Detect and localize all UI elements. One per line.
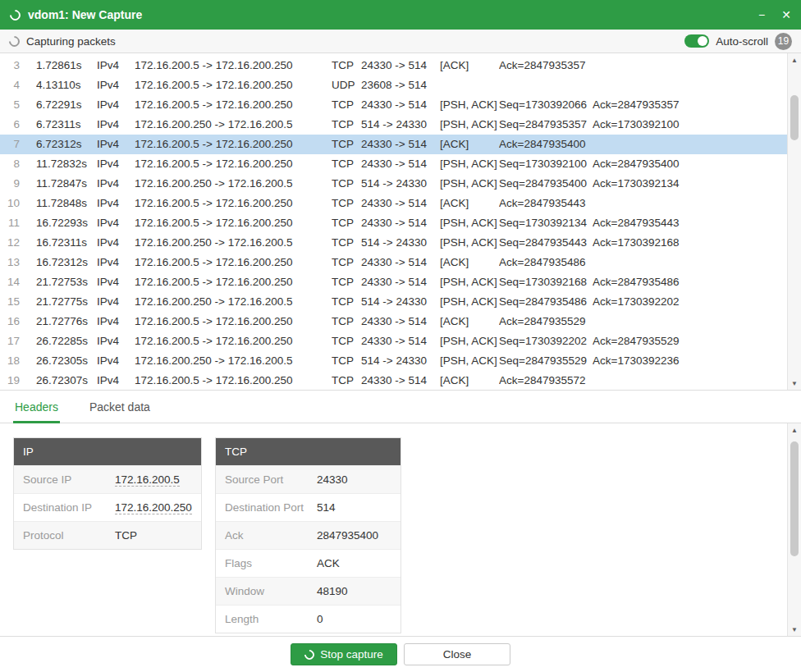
- packet-row[interactable]: 44.13110sIPv4172.16.200.5 -> 172.16.200.…: [0, 75, 801, 95]
- packet-info2: [593, 56, 786, 75]
- packet-time: 1.72861s: [36, 56, 97, 75]
- packet-time: 16.72311s: [36, 233, 97, 253]
- packet-info1: Ack=2847935529: [499, 312, 593, 331]
- packet-info1: Ack=2847935572: [499, 371, 593, 390]
- packet-eth: IPv4: [97, 371, 135, 390]
- packet-info2: [593, 75, 786, 95]
- packet-row[interactable]: 1216.72311sIPv4172.16.200.250 -> 172.16.…: [0, 233, 801, 253]
- packet-row[interactable]: 811.72832sIPv4172.16.200.5 -> 172.16.200…: [0, 154, 801, 174]
- packet-flags: [ACK]: [440, 56, 499, 75]
- packet-num: 11: [5, 213, 20, 233]
- packet-info1: Seq=1730392066: [499, 95, 593, 115]
- packet-info1: Seq=1730392202: [499, 331, 593, 351]
- packet-proto: TCP: [332, 56, 361, 75]
- packet-row[interactable]: 1011.72848sIPv4172.16.200.5 -> 172.16.20…: [0, 194, 801, 213]
- packet-row[interactable]: 1521.72775sIPv4172.16.200.250 -> 172.16.…: [0, 292, 801, 312]
- packet-flags: [PSH, ACK]: [440, 213, 499, 233]
- packet-row[interactable]: 31.72861sIPv4172.16.200.5 -> 172.16.200.…: [0, 56, 801, 75]
- packet-row[interactable]: 66.72311sIPv4172.16.200.250 -> 172.16.20…: [0, 115, 801, 135]
- details-scroll-up-icon[interactable]: ▲: [788, 423, 801, 437]
- packet-time: 11.72847s: [36, 174, 97, 194]
- detail-value[interactable]: 172.16.200.5: [115, 473, 180, 487]
- packet-time: 16.72293s: [36, 213, 97, 233]
- packet-flags: [440, 75, 499, 95]
- packet-row[interactable]: 911.72847sIPv4172.16.200.250 -> 172.16.2…: [0, 174, 801, 194]
- packet-info2: [593, 312, 786, 331]
- packet-proto: TCP: [332, 154, 361, 174]
- detail-value[interactable]: 172.16.200.250: [115, 501, 192, 514]
- detail-label: Length: [225, 613, 317, 625]
- detail-value: TCP: [115, 529, 137, 542]
- packet-proto: TCP: [332, 174, 361, 194]
- details-scroll-down-icon[interactable]: ▼: [788, 623, 801, 636]
- details-scrollbar[interactable]: ▲ ▼: [787, 423, 801, 636]
- packet-time: 4.13110s: [36, 75, 97, 95]
- packet-list-scrollbar[interactable]: ▲ ▼: [787, 53, 801, 390]
- packet-info1: Ack=2847935443: [499, 194, 593, 213]
- packet-row[interactable]: 1116.72293sIPv4172.16.200.5 -> 172.16.20…: [0, 213, 801, 233]
- tab-packet-data[interactable]: Packet data: [88, 391, 152, 423]
- autoscroll-toggle[interactable]: [684, 34, 709, 48]
- detail-row: Destination IP172.16.200.250: [14, 493, 201, 521]
- packet-info1: Ack=2847935486: [499, 253, 593, 272]
- packet-info2: Ack=1730392134: [593, 174, 786, 194]
- packet-time: 26.72305s: [36, 351, 97, 371]
- details-scroll-thumb[interactable]: [790, 441, 799, 556]
- detail-row: Window48190: [216, 577, 400, 605]
- packet-ports: 24330 -> 514: [361, 194, 440, 213]
- packet-eth: IPv4: [97, 292, 135, 312]
- packet-num: 10: [5, 194, 20, 213]
- packet-flags: [PSH, ACK]: [440, 154, 499, 174]
- packet-info2: Ack=2847935357: [593, 95, 786, 115]
- packet-row[interactable]: 1316.72312sIPv4172.16.200.5 -> 172.16.20…: [0, 253, 801, 272]
- packet-time: 11.72848s: [36, 194, 97, 213]
- detail-value: 514: [317, 501, 336, 514]
- footer-close-button[interactable]: Close: [404, 643, 510, 665]
- packet-row[interactable]: 1621.72776sIPv4172.16.200.5 -> 172.16.20…: [0, 312, 801, 331]
- window-controls: − ✕: [758, 9, 791, 21]
- packet-num: 4: [5, 75, 20, 95]
- packet-num: 17: [5, 331, 20, 351]
- packet-row[interactable]: 1826.72305sIPv4172.16.200.250 -> 172.16.…: [0, 351, 801, 371]
- packet-time: 6.72311s: [36, 115, 97, 135]
- detail-label: Destination IP: [23, 501, 115, 514]
- status-text: Capturing packets: [26, 35, 116, 48]
- packet-row[interactable]: 56.72291sIPv4172.16.200.5 -> 172.16.200.…: [0, 95, 801, 115]
- detail-value: 48190: [317, 585, 348, 597]
- packet-time: 6.72312s: [36, 135, 97, 154]
- packet-row[interactable]: 1421.72753sIPv4172.16.200.5 -> 172.16.20…: [0, 272, 801, 292]
- packet-flags: [PSH, ACK]: [440, 95, 499, 115]
- packet-eth: IPv4: [97, 174, 135, 194]
- packet-row[interactable]: 1726.72285sIPv4172.16.200.5 -> 172.16.20…: [0, 331, 801, 351]
- close-button[interactable]: ✕: [781, 9, 791, 21]
- packet-row[interactable]: 1926.72307sIPv4172.16.200.5 -> 172.16.20…: [0, 371, 801, 390]
- packet-num: 13: [5, 253, 20, 272]
- packet-eth: IPv4: [97, 154, 135, 174]
- packet-eth: IPv4: [97, 351, 135, 371]
- packet-ports: 514 -> 24330: [361, 292, 440, 312]
- scroll-down-icon[interactable]: ▼: [788, 377, 801, 390]
- scroll-up-icon[interactable]: ▲: [788, 53, 801, 66]
- packet-num: 7: [5, 135, 20, 154]
- tab-headers[interactable]: Headers: [13, 391, 60, 423]
- packet-proto: TCP: [332, 253, 361, 272]
- packet-ports: 24330 -> 514: [361, 331, 440, 351]
- packet-eth: IPv4: [97, 75, 135, 95]
- packet-row[interactable]: 76.72312sIPv4172.16.200.5 -> 172.16.200.…: [0, 135, 801, 154]
- packet-time: 21.72776s: [36, 312, 97, 331]
- detail-label: Source Port: [225, 473, 317, 486]
- tcp-header-table: TCP Source Port24330Destination Port514A…: [215, 437, 401, 633]
- stop-capture-button[interactable]: Stop capture: [291, 643, 397, 665]
- minimize-button[interactable]: −: [758, 9, 765, 21]
- packet-ports: 514 -> 24330: [361, 351, 440, 371]
- detail-row: Source Port24330: [216, 465, 400, 493]
- packet-eth: IPv4: [97, 272, 135, 292]
- capturing-spinner-icon: [7, 34, 21, 48]
- packet-num: 18: [5, 351, 20, 371]
- packet-eth: IPv4: [97, 56, 135, 75]
- scroll-thumb[interactable]: [790, 95, 799, 140]
- packet-time: 21.72753s: [36, 272, 97, 292]
- packet-flags: [PSH, ACK]: [440, 115, 499, 135]
- packet-info2: [593, 253, 786, 272]
- packet-info1: Seq=2847935357: [499, 115, 593, 135]
